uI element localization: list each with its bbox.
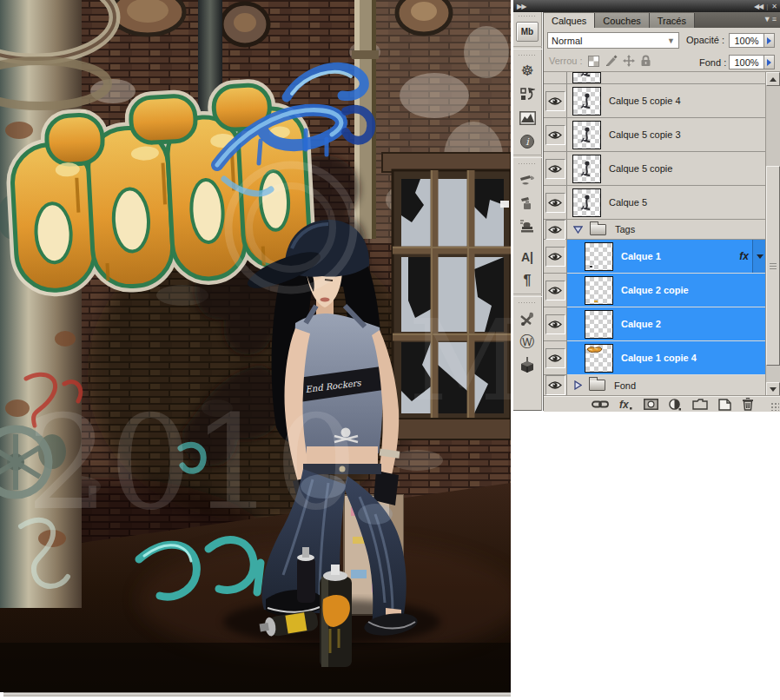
visibility-toggle[interactable] bbox=[545, 247, 565, 267]
panel-group-divider bbox=[513, 294, 542, 297]
info-icon[interactable]: i bbox=[515, 129, 539, 153]
link-layers-icon[interactable] bbox=[592, 398, 609, 411]
layer-thumbnail[interactable] bbox=[572, 72, 601, 83]
wacom-icon[interactable]: Ⓦ bbox=[515, 330, 539, 353]
histogram-icon[interactable] bbox=[515, 106, 539, 129]
scrollbar-thumb[interactable] bbox=[766, 166, 780, 366]
titlebar-separator: | bbox=[766, 3, 768, 10]
visibility-toggle[interactable] bbox=[545, 220, 565, 240]
expand-group-triangle[interactable] bbox=[573, 378, 582, 393]
opacity-spinner[interactable] bbox=[763, 33, 775, 48]
photoshop-workspace: End Rockers bbox=[0, 0, 780, 700]
blend-mode-select[interactable]: Normal ▼ bbox=[547, 32, 679, 49]
visibility-toggle[interactable] bbox=[545, 281, 565, 300]
tool-presets-icon[interactable] bbox=[515, 191, 539, 215]
layer-row[interactable]: Calque 1 copie 4 bbox=[544, 341, 766, 375]
layer-name: Calque 2 bbox=[621, 319, 661, 329]
close-dock-button[interactable]: ✕ bbox=[771, 3, 777, 10]
adjustment-layer-icon[interactable] bbox=[669, 398, 682, 411]
panel-group-handle[interactable] bbox=[518, 162, 537, 166]
panel-menu-icon[interactable]: ▼≡ bbox=[763, 15, 777, 23]
layer-thumbnail[interactable] bbox=[572, 155, 601, 183]
layer-thumbnail[interactable] bbox=[585, 344, 613, 373]
layer-list-scrollbar[interactable] bbox=[765, 72, 780, 396]
layer-row[interactable]: Calque 5 copie 3 bbox=[544, 118, 766, 152]
collapse-group-triangle[interactable] bbox=[573, 221, 583, 237]
layer-thumbnail[interactable] bbox=[572, 87, 601, 116]
navigator-wheel-icon[interactable]: ☸ bbox=[515, 59, 539, 83]
eye-column bbox=[544, 72, 567, 83]
layer-name: Calque 5 copie 3 bbox=[609, 129, 681, 140]
character-panel-icon[interactable]: A| bbox=[515, 245, 539, 268]
eye-column bbox=[544, 240, 567, 273]
layer-row[interactable]: Calque 2 copie bbox=[544, 274, 766, 307]
panel-dock: ▶▶ ◀◀ | ✕ Mb☸iA|¶Ⓦ Calques Couches Tracé… bbox=[513, 0, 780, 411]
expand-dock-button[interactable]: ▶▶ bbox=[517, 3, 526, 10]
visibility-toggle[interactable] bbox=[545, 375, 565, 395]
visibility-toggle[interactable] bbox=[545, 125, 565, 145]
eye-column bbox=[544, 220, 567, 239]
tab-couches[interactable]: Couches bbox=[595, 13, 649, 28]
panel-group-handle[interactable] bbox=[518, 301, 537, 305]
fill-value[interactable]: 100% bbox=[729, 55, 764, 69]
panel-resize-grip[interactable] bbox=[770, 401, 779, 411]
folder-icon bbox=[590, 224, 606, 235]
opacity-value[interactable]: 100% bbox=[729, 33, 764, 48]
layer-row[interactable]: Calque 5 copie 4 bbox=[544, 84, 766, 118]
layer-row[interactable]: Calque 5 copie bbox=[544, 152, 766, 186]
layer-row[interactable]: Calque 5 bbox=[544, 186, 766, 220]
mini-bridge-icon[interactable]: Mb bbox=[516, 22, 539, 42]
layer-thumbnail[interactable] bbox=[585, 276, 613, 305]
visibility-toggle[interactable] bbox=[545, 314, 565, 334]
panel-group-handle[interactable] bbox=[518, 15, 537, 18]
group-name: Fond bbox=[614, 380, 636, 391]
svg-text:fx: fx bbox=[619, 400, 630, 410]
delete-layer-icon[interactable] bbox=[742, 398, 754, 411]
opacity-label: Opacité : bbox=[686, 35, 724, 45]
layer-row[interactable] bbox=[544, 72, 766, 84]
new-layer-icon[interactable] bbox=[718, 398, 731, 411]
lock-position-icon[interactable] bbox=[623, 55, 635, 67]
layer-name: Calque 5 copie bbox=[609, 163, 672, 174]
visibility-toggle[interactable] bbox=[545, 193, 565, 213]
layer-mask-icon[interactable] bbox=[644, 398, 658, 411]
visibility-toggle[interactable] bbox=[545, 348, 565, 368]
layer-effects-badge[interactable]: fx bbox=[739, 250, 749, 262]
panel-group-handle[interactable] bbox=[518, 54, 537, 57]
eye-column bbox=[544, 84, 567, 117]
new-group-icon[interactable] bbox=[692, 398, 708, 411]
clone-source-icon[interactable] bbox=[515, 215, 539, 238]
layer-thumbnail[interactable] bbox=[585, 310, 613, 339]
visibility-toggle[interactable] bbox=[545, 159, 565, 179]
visibility-toggle[interactable] bbox=[545, 91, 565, 111]
layer-row[interactable]: Calque 2 bbox=[544, 307, 766, 341]
eye-column bbox=[544, 152, 567, 185]
layer-effects-collapse-arrow[interactable] bbox=[752, 240, 766, 273]
group-row[interactable]: Tags bbox=[544, 220, 766, 240]
scroll-up-button[interactable] bbox=[766, 72, 780, 86]
paragraph-panel-icon[interactable]: ¶ bbox=[515, 268, 539, 292]
group-name: Tags bbox=[615, 224, 635, 234]
layer-thumbnail[interactable] bbox=[572, 121, 601, 149]
layer-row[interactable]: Calque 1fx bbox=[544, 240, 766, 274]
tab-calques[interactable]: Calques bbox=[544, 13, 595, 28]
toolkit-icon[interactable] bbox=[515, 307, 539, 330]
layer-name: Calque 5 copie 4 bbox=[609, 96, 681, 106]
lock-all-icon[interactable] bbox=[640, 55, 652, 67]
brush-presets-icon[interactable] bbox=[515, 168, 539, 191]
group-row[interactable]: Fond bbox=[544, 375, 766, 396]
lock-transparency-icon[interactable] bbox=[588, 55, 600, 67]
layer-style-icon[interactable]: fx bbox=[619, 398, 633, 411]
threed-panel-icon[interactable] bbox=[515, 353, 539, 377]
artwork-scene: End Rockers bbox=[0, 0, 511, 692]
layer-thumbnail[interactable] bbox=[572, 188, 601, 217]
layer-thumbnail[interactable] bbox=[585, 242, 613, 271]
scroll-down-button[interactable] bbox=[766, 382, 780, 396]
document-canvas[interactable]: End Rockers bbox=[0, 0, 511, 692]
lock-pixels-icon[interactable] bbox=[605, 55, 618, 67]
fill-spinner[interactable] bbox=[763, 55, 775, 69]
collapse-dock-button[interactable]: ◀◀ bbox=[754, 3, 763, 10]
layer-options: Normal ▼ Opacité : 100% Verrou : Fond : … bbox=[544, 28, 780, 72]
history-icon[interactable] bbox=[515, 83, 539, 106]
tab-traces[interactable]: Tracés bbox=[650, 13, 695, 28]
